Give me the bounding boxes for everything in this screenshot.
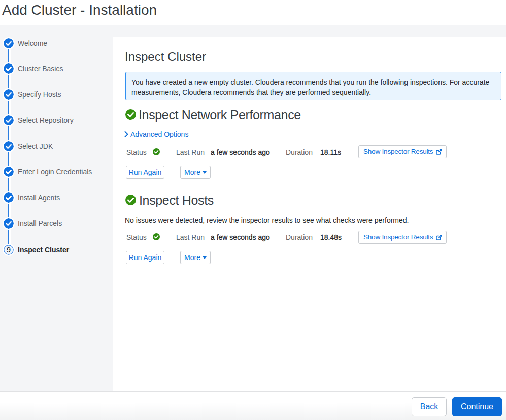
svg-text:9: 9 — [7, 245, 11, 254]
